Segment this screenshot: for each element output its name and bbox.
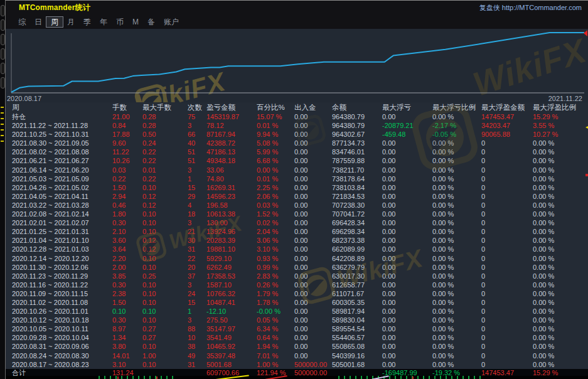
table-row[interactable]: 2021.05.03 ~ 2021.05.090.220.22174.800.0… <box>6 174 588 183</box>
menu-item-日[interactable]: 日 <box>30 17 46 27</box>
table-row[interactable]: 2020.10.26 ~ 2020.11.010.100.101-12.10-0… <box>6 307 588 316</box>
cell: 0.00 % <box>533 156 588 165</box>
menu-item-M[interactable]: M <box>128 17 143 27</box>
brand-link[interactable]: 复盘侠 http://MTCommander.com <box>479 3 582 13</box>
header-cell[interactable]: 最大浮亏 <box>382 102 432 112</box>
table-row[interactable]: 2020.09.28 ~ 2020.10.041.340.27103541.49… <box>6 333 588 342</box>
table-row[interactable]: 2020.10.05 ~ 2020.10.118.970.278835147.9… <box>6 324 588 333</box>
table-row[interactable]: 2020.08.31 ~ 2020.09.063.800.103810465.9… <box>6 342 588 351</box>
cell: 0 <box>481 227 533 236</box>
table-row[interactable]: 2020.11.09 ~ 2020.11.152.380.102410766.3… <box>6 289 588 298</box>
header-cell[interactable]: 最大手数 <box>142 102 188 112</box>
cell: 0.00 <box>294 280 332 289</box>
menu-item-综[interactable]: 综 <box>14 17 30 27</box>
table-row[interactable]: 2020.12.28 ~ 2021.01.033.640.123119881.1… <box>6 245 588 254</box>
cell: 78.12 <box>206 121 257 130</box>
table-row[interactable]: 2020.11.16 ~ 2020.11.220.300.1031587.100… <box>6 280 588 289</box>
table-row[interactable]: 2021.01.25 ~ 2021.01.312.100.102113924.9… <box>6 227 588 236</box>
header-cell[interactable]: 最大浮亏比例 <box>432 102 481 112</box>
header-cell[interactable]: 最大浮盈金额 <box>481 102 533 112</box>
cell: 707238.30 <box>332 201 382 210</box>
table-row[interactable]: 2021.02.01 ~ 2021.02.070.300.103130.000.… <box>6 218 588 227</box>
cell: 0 <box>481 254 533 263</box>
header-cell[interactable]: 最大浮盈比例 <box>533 102 588 112</box>
cell: 0.00 % <box>533 201 588 210</box>
cell: 0.00 <box>294 342 332 351</box>
table-row[interactable]: 2020.11.02 ~ 2020.11.081.500.101510487.4… <box>6 298 588 307</box>
cell: 696428.34 <box>332 218 382 227</box>
menu-item-月[interactable]: 月 <box>63 17 79 27</box>
cell: 2.04 % <box>257 227 294 236</box>
equity-chart[interactable]: WikiFX WikiFX 2020.08.17 2021.11.22 <box>6 29 588 102</box>
cell: 0.00 % <box>432 272 481 280</box>
table-row[interactable]: 2021.04.05 ~ 2021.04.112.940.122914596.2… <box>6 192 588 201</box>
cell: 0.12 <box>142 245 188 254</box>
table-row[interactable]: 2021.04.26 ~ 2021.05.021.500.101516269.3… <box>6 183 588 192</box>
header-cell[interactable]: 周 <box>12 102 112 112</box>
cell: 589554.54 <box>332 324 382 333</box>
cell: 18 <box>188 210 206 218</box>
menu-item-币[interactable]: 币 <box>112 17 128 27</box>
cell: 589817.94 <box>332 307 382 316</box>
header-cell[interactable]: 盈亏金额 <box>206 102 257 112</box>
cell: 0.00 <box>382 156 432 165</box>
cell: 2.06 % <box>257 192 294 201</box>
table-row[interactable]: 2020.08.24 ~ 2020.08.3014.011.004935397.… <box>6 351 588 360</box>
cell: 0.00 <box>382 333 432 342</box>
table-row[interactable]: 2020.12.14 ~ 2020.12.202.200.10225929.10… <box>6 254 588 263</box>
table-row[interactable]: 2021.03.22 ~ 2021.03.280.460.124196.580.… <box>6 201 588 210</box>
cell: 0.30 <box>112 316 142 324</box>
background-candle-red <box>117 376 119 379</box>
header-cell[interactable]: 出入金 <box>294 102 332 112</box>
cell: 0 <box>481 156 533 165</box>
table-row[interactable]: 2021.08.02 ~ 2021.08.0811.220.225147186.… <box>6 147 588 156</box>
title-bar[interactable]: MTCommander统计 复盘侠 http://MTCommander.com <box>6 1 588 15</box>
cell: 0.00 % <box>533 316 588 324</box>
table-row[interactable]: 2020.11.30 ~ 2020.12.062.000.10206262.49… <box>6 263 588 272</box>
cell: 3 <box>188 166 206 174</box>
cell: 0.22 <box>142 174 188 183</box>
cell: 500000.00 <box>294 360 332 369</box>
cell: 0.30 <box>112 218 142 227</box>
menu-item-备[interactable]: 备 <box>143 17 159 27</box>
cell: 3.06 % <box>257 236 294 245</box>
table-row[interactable]: 2020.11.23 ~ 2020.11.293.850.253717358.5… <box>6 272 588 280</box>
table-row[interactable]: 2020.10.12 ~ 2020.10.180.300.103275.500.… <box>6 316 588 324</box>
cell: 0 <box>481 263 533 272</box>
cell: 0.00 <box>382 254 432 263</box>
header-cell[interactable]: 次数 <box>188 102 206 112</box>
menu-item-季[interactable]: 季 <box>79 17 95 27</box>
cell: 66 <box>188 130 206 139</box>
window-title: MTCommander统计 <box>19 3 90 13</box>
table-row[interactable]: 持仓21.000.2875145319.8715.07 %0.00964380.… <box>6 112 588 121</box>
cell: 0.00 <box>382 236 432 245</box>
menu-item-周[interactable]: 周 <box>46 17 63 27</box>
cell: 0.00 <box>382 342 432 351</box>
table-row[interactable]: 2021.06.14 ~ 2021.06.200.030.01333.060.0… <box>6 166 588 174</box>
cell: 0.00 % <box>432 307 481 316</box>
table-row[interactable]: 2021.06.21 ~ 2021.06.2710.260.225149348.… <box>6 156 588 165</box>
cell: 0.01 % <box>257 174 294 183</box>
cell: 0.00 <box>294 139 332 147</box>
row-label: 2020.10.12 ~ 2020.10.18 <box>12 316 112 324</box>
header-cell[interactable]: 手数 <box>112 102 142 112</box>
table-row[interactable]: 2021.08.30 ~ 2021.09.059.600.244042388.7… <box>6 139 588 147</box>
table-row[interactable]: 2021.11.22 ~ 2021.11.280.840.28378.120.0… <box>6 121 588 130</box>
header-cell[interactable]: 余额 <box>332 102 382 112</box>
cell: 0.00 <box>294 351 332 360</box>
background-marker <box>1 135 4 136</box>
menu-item-账户[interactable]: 账户 <box>159 17 183 27</box>
table-row[interactable]: 2020.08.17 ~ 2020.08.233.100.10315001.68… <box>6 360 588 369</box>
row-label: 2020.08.24 ~ 2020.08.30 <box>12 351 112 360</box>
table-row[interactable]: 2021.01.04 ~ 2021.01.103.600.123020283.3… <box>6 236 588 245</box>
cell: 5001.68 <box>206 360 257 369</box>
cell: 0.22 <box>142 147 188 156</box>
row-label: 2020.09.28 ~ 2020.10.04 <box>12 333 112 342</box>
cell: 0.50 <box>142 130 188 139</box>
header-cell[interactable]: 百分比% <box>257 102 294 112</box>
cell: -459.48 <box>382 130 432 139</box>
table-row[interactable]: 2021.10.25 ~ 2021.10.3117.880.506687167.… <box>6 130 588 139</box>
menu-item-年[interactable]: 年 <box>95 17 112 27</box>
table-row[interactable]: 2021.02.08 ~ 2021.02.141.800.101810613.3… <box>6 210 588 218</box>
background-candles <box>99 376 178 379</box>
